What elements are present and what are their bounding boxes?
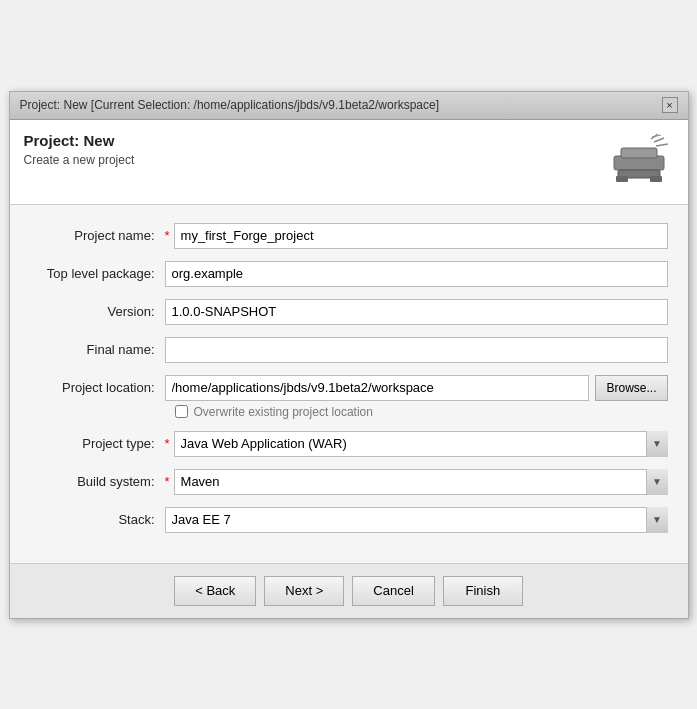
overwrite-label: Overwrite existing project location [194,405,373,419]
title-bar: Project: New [Current Selection: /home/a… [10,92,688,120]
overwrite-checkbox[interactable] [175,405,188,418]
project-name-row: Project name: * [30,223,668,249]
overwrite-checkbox-row: Overwrite existing project location [30,405,668,419]
forge-icon [604,132,674,192]
build-system-label: Build system: [30,474,165,489]
content-area: Project name: * Top level package: Versi… [10,205,688,563]
finish-button[interactable]: Finish [443,576,523,606]
project-location-label: Project location: [30,380,165,395]
cancel-button[interactable]: Cancel [352,576,434,606]
required-star-name: * [165,228,170,243]
project-name-label: Project name: [30,228,165,243]
close-button[interactable]: × [662,97,678,113]
project-location-row: Project location: Browse... [30,375,668,401]
version-row: Version: [30,299,668,325]
back-button[interactable]: < Back [174,576,256,606]
project-type-label: Project type: [30,436,165,451]
page-title: Project: New [24,132,135,149]
top-level-package-row: Top level package: [30,261,668,287]
project-type-select-wrapper: Java Web Application (WAR) Java Applicat… [174,431,668,457]
dialog-title: Project: New [Current Selection: /home/a… [20,98,440,112]
dialog: Project: New [Current Selection: /home/a… [9,91,689,619]
final-name-row: Final name: [30,337,668,363]
build-system-select-wrapper: Maven Gradle ▼ [174,469,668,495]
svg-rect-8 [650,176,662,182]
top-level-package-label: Top level package: [30,266,165,281]
stack-label: Stack: [30,512,165,527]
project-type-row: Project type: * Java Web Application (WA… [30,431,668,457]
top-level-package-input[interactable] [165,261,668,287]
version-label: Version: [30,304,165,319]
project-type-select[interactable]: Java Web Application (WAR) Java Applicat… [174,431,668,457]
build-system-row: Build system: * Maven Gradle ▼ [30,469,668,495]
final-name-label: Final name: [30,342,165,357]
header-area: Project: New Create a new project [10,120,688,205]
required-star-build: * [165,474,170,489]
project-name-input[interactable] [174,223,668,249]
project-location-input[interactable] [165,375,590,401]
stack-select-wrapper: Java EE 7 Java EE 6 Java SE ▼ [165,507,668,533]
browse-button[interactable]: Browse... [595,375,667,401]
build-system-select[interactable]: Maven Gradle [174,469,668,495]
svg-line-1 [654,138,664,142]
next-button[interactable]: Next > [264,576,344,606]
stack-select[interactable]: Java EE 7 Java EE 6 Java SE [165,507,668,533]
final-name-input[interactable] [165,337,668,363]
page-subtitle: Create a new project [24,153,135,167]
header-text: Project: New Create a new project [24,132,135,167]
svg-line-2 [656,144,668,146]
required-star-type: * [165,436,170,451]
version-input[interactable] [165,299,668,325]
svg-rect-5 [621,148,657,158]
svg-rect-7 [616,176,628,182]
stack-row: Stack: Java EE 7 Java EE 6 Java SE ▼ [30,507,668,533]
footer-area: < Back Next > Cancel Finish [10,563,688,618]
